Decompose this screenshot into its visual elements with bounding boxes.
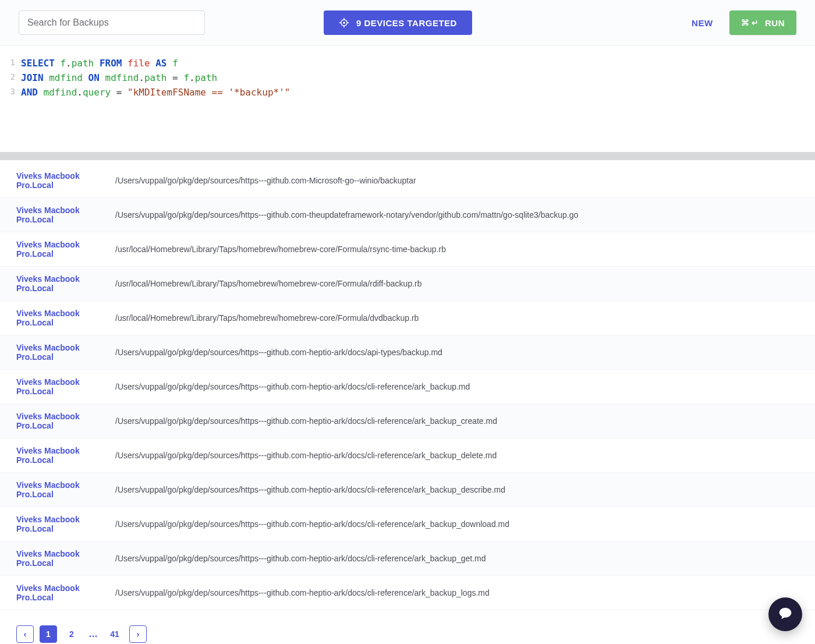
device-link[interactable]: Viveks Macbook Pro.Local (16, 171, 115, 190)
svg-point-1 (343, 22, 345, 23)
run-button[interactable]: ⌘ ↵ RUN (729, 10, 796, 35)
table-row[interactable]: Viveks Macbook Pro.Local/Users/vuppal/go… (0, 164, 815, 198)
code-content: SELECT f.path FROM file AS f (21, 56, 178, 71)
path-value: /Users/vuppal/go/pkg/dep/sources/https--… (115, 348, 442, 357)
path-value: /usr/local/Homebrew/Library/Taps/homebre… (115, 279, 422, 288)
page-prev-button[interactable]: ‹ (16, 625, 34, 643)
table-row[interactable]: Viveks Macbook Pro.Local/Users/vuppal/go… (0, 198, 815, 232)
sql-editor[interactable]: 1SELECT f.path FROM file AS f2JOIN mdfin… (0, 46, 815, 152)
table-row[interactable]: Viveks Macbook Pro.Local/usr/local/Homeb… (0, 301, 815, 335)
chat-icon (777, 604, 794, 624)
table-row[interactable]: Viveks Macbook Pro.Local/usr/local/Homeb… (0, 232, 815, 267)
path-value: /Users/vuppal/go/pkg/dep/sources/https--… (115, 210, 578, 220)
table-row[interactable]: Viveks Macbook Pro.Local/Users/vuppal/go… (0, 335, 815, 370)
page-ellipsis: … (86, 629, 100, 639)
device-link[interactable]: Viveks Macbook Pro.Local (16, 549, 115, 568)
new-link[interactable]: NEW (692, 18, 713, 28)
results-table: Viveks Macbook Pro.Local/Users/vuppal/go… (0, 160, 815, 610)
page-button-41[interactable]: 41 (106, 625, 123, 643)
path-value: /Users/vuppal/go/pkg/dep/sources/https--… (115, 416, 497, 426)
path-value: /usr/local/Homebrew/Library/Taps/homebre… (115, 313, 419, 323)
line-number: 3 (6, 86, 21, 100)
page-next-button[interactable]: › (129, 625, 147, 643)
path-value: /Users/vuppal/go/pkg/dep/sources/https--… (115, 588, 490, 597)
device-link[interactable]: Viveks Macbook Pro.Local (16, 377, 115, 396)
table-row[interactable]: Viveks Macbook Pro.Local/Users/vuppal/go… (0, 404, 815, 438)
path-value: /Users/vuppal/go/pkg/dep/sources/https--… (115, 485, 505, 494)
target-icon (339, 17, 349, 28)
chat-widget-button[interactable] (768, 597, 802, 631)
run-shortcut-icon: ⌘ ↵ (741, 18, 759, 27)
table-row[interactable]: Viveks Macbook Pro.Local/Users/vuppal/go… (0, 473, 815, 507)
device-link[interactable]: Viveks Macbook Pro.Local (16, 240, 115, 259)
devices-targeted-button[interactable]: 9 DEVICES TARGETED (324, 10, 472, 35)
header-bar: 9 DEVICES TARGETED NEW ⌘ ↵ RUN (0, 0, 815, 46)
code-line: 2JOIN mdfind ON mdfind.path = f.path (6, 71, 809, 86)
page-button-1[interactable]: 1 (40, 625, 57, 643)
section-divider (0, 152, 815, 160)
run-label: RUN (765, 18, 785, 28)
device-link[interactable]: Viveks Macbook Pro.Local (16, 206, 115, 224)
line-number: 1 (6, 56, 21, 71)
code-content: AND mdfind.query = "kMDItemFSName == '*b… (21, 86, 290, 100)
line-number: 2 (6, 71, 21, 86)
devices-targeted-label: 9 DEVICES TARGETED (356, 18, 457, 28)
code-line: 1SELECT f.path FROM file AS f (6, 56, 809, 71)
path-value: /usr/local/Homebrew/Library/Taps/homebre… (115, 245, 446, 254)
page-button-2[interactable]: 2 (63, 625, 80, 643)
code-line: 3AND mdfind.query = "kMDItemFSName == '*… (6, 86, 809, 100)
device-link[interactable]: Viveks Macbook Pro.Local (16, 412, 115, 430)
path-value: /Users/vuppal/go/pkg/dep/sources/https--… (115, 451, 497, 460)
code-content: JOIN mdfind ON mdfind.path = f.path (21, 71, 217, 86)
path-value: /Users/vuppal/go/pkg/dep/sources/https--… (115, 176, 416, 185)
table-row[interactable]: Viveks Macbook Pro.Local/Users/vuppal/go… (0, 576, 815, 610)
table-row[interactable]: Viveks Macbook Pro.Local/Users/vuppal/go… (0, 438, 815, 473)
path-value: /Users/vuppal/go/pkg/dep/sources/https--… (115, 382, 470, 391)
path-value: /Users/vuppal/go/pkg/dep/sources/https--… (115, 554, 486, 563)
table-row[interactable]: Viveks Macbook Pro.Local/usr/local/Homeb… (0, 267, 815, 301)
device-link[interactable]: Viveks Macbook Pro.Local (16, 309, 115, 327)
table-row[interactable]: Viveks Macbook Pro.Local/Users/vuppal/go… (0, 542, 815, 576)
device-link[interactable]: Viveks Macbook Pro.Local (16, 480, 115, 499)
table-row[interactable]: Viveks Macbook Pro.Local/Users/vuppal/go… (0, 370, 815, 404)
pagination-section: ‹12…41› 1 - 50 OF 2016 RESULTS (0, 610, 815, 644)
table-row[interactable]: Viveks Macbook Pro.Local/Users/vuppal/go… (0, 507, 815, 542)
device-link[interactable]: Viveks Macbook Pro.Local (16, 515, 115, 533)
device-link[interactable]: Viveks Macbook Pro.Local (16, 343, 115, 362)
pagination: ‹12…41› (16, 625, 799, 643)
search-input[interactable] (19, 10, 205, 35)
device-link[interactable]: Viveks Macbook Pro.Local (16, 446, 115, 465)
path-value: /Users/vuppal/go/pkg/dep/sources/https--… (115, 519, 509, 529)
device-link[interactable]: Viveks Macbook Pro.Local (16, 274, 115, 293)
device-link[interactable]: Viveks Macbook Pro.Local (16, 583, 115, 602)
